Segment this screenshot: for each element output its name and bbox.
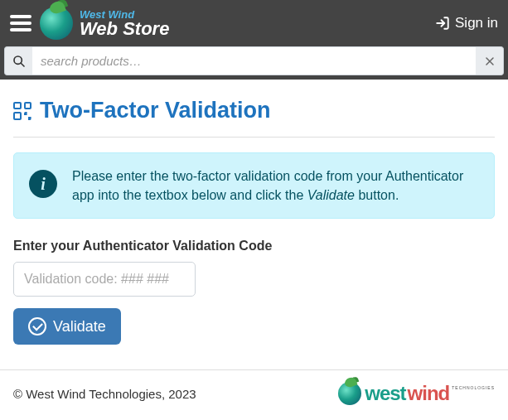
footer: © West Wind Technologies, 2023 westwind … [0, 369, 508, 420]
brand-logo-icon [40, 7, 73, 40]
main-content: Two-Factor Validation i Please enter the… [0, 80, 508, 369]
validate-button-label: Validate [53, 318, 106, 336]
footer-logo-icon [338, 382, 361, 405]
search-clear-button[interactable] [476, 46, 504, 75]
menu-icon[interactable] [10, 12, 31, 34]
brand-bottom-text: Web Store [80, 20, 169, 38]
svg-line-2 [21, 63, 24, 66]
close-icon [485, 56, 495, 66]
info-text: Please enter the two-factor validation c… [72, 167, 479, 205]
copyright-text: © West Wind Technologies, 2023 [13, 387, 196, 401]
signin-label: Sign in [455, 15, 498, 31]
code-label: Enter your Authenticator Validation Code [13, 239, 495, 253]
info-icon: i [29, 170, 57, 198]
check-circle-icon [28, 317, 46, 336]
signin-link[interactable]: Sign in [435, 15, 498, 31]
validate-button[interactable]: Validate [13, 308, 121, 345]
top-bar: West Wind Web Store Sign in [0, 0, 508, 46]
search-input[interactable] [32, 46, 476, 75]
qr-code-icon [13, 102, 31, 120]
page-title: Two-Factor Validation [13, 98, 495, 138]
brand[interactable]: West Wind Web Store [40, 7, 435, 40]
validation-code-input[interactable] [13, 262, 196, 297]
footer-logo[interactable]: westwind TECHNOLOGIES [338, 382, 495, 405]
search-icon[interactable] [4, 46, 32, 75]
search-bar [0, 46, 508, 80]
signin-icon [435, 16, 450, 31]
page-title-text: Two-Factor Validation [40, 98, 271, 123]
info-alert: i Please enter the two-factor validation… [13, 152, 495, 219]
